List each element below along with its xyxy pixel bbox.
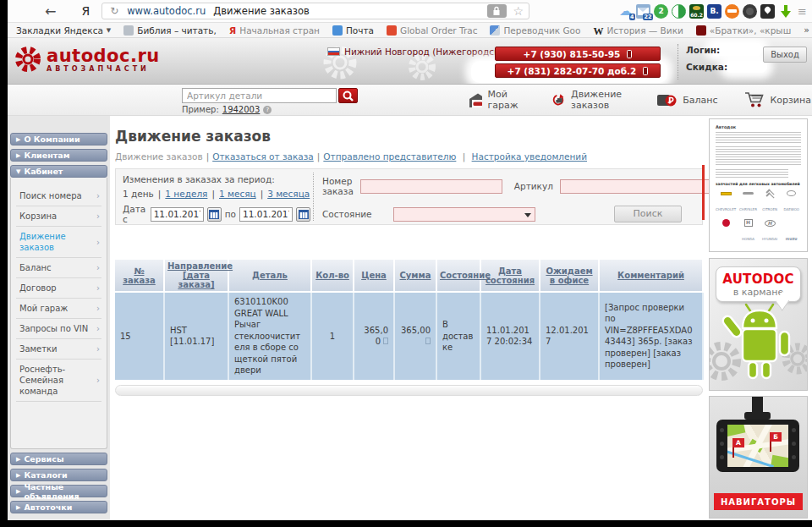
autodoc-pocket-banner[interactable]: AUTODOC в кармане <box>709 258 808 391</box>
sidebar-section-services[interactable]: ▶Сервисы <box>10 453 107 465</box>
brand-honda[interactable]: HHONDA <box>738 218 758 244</box>
cart-extension-icon[interactable] <box>725 4 739 19</box>
date-to-input[interactable] <box>239 207 293 222</box>
swirl-extension-icon[interactable] <box>672 4 686 19</box>
sidebar-item-rosneft[interactable]: Роснефть-Семейная команда› <box>16 360 102 402</box>
nav-order-movement[interactable]: Движение заказов <box>538 89 643 111</box>
counter-extension-icon[interactable]: 2 <box>654 4 668 19</box>
sidebar-item-number-search[interactable]: Поиск номера› <box>16 186 102 206</box>
filter-panel: Изменения в заказах за период: 1 день | … <box>115 168 703 225</box>
help-icon[interactable]: ? <box>263 106 272 114</box>
sort-expected[interactable]: Ожидаем в офисе <box>540 260 599 292</box>
date-from-label: Дата с <box>123 204 147 224</box>
navigator-banner[interactable]: А Б НАВИГАТОРЫ <box>709 396 808 519</box>
phone-button[interactable]: +7 (831) 282-07-70 доб.2 <box>495 63 661 78</box>
state-select[interactable] <box>393 207 535 222</box>
brand-hyundai[interactable]: HHYUNDAI <box>760 218 780 244</box>
cancel-order-link[interactable]: Отказаться от заказа <box>212 151 314 162</box>
table-row[interactable]: 15 HST[11.01.17] 6310110K00 GREAT WALL Р… <box>115 292 703 380</box>
bookmark-item[interactable]: ЯНачальная стран <box>229 25 320 36</box>
dark-extension-icon[interactable] <box>743 4 757 19</box>
pin-extension-icon[interactable] <box>760 4 775 19</box>
bookmark-item[interactable]: Библия – читать, <box>123 25 217 36</box>
sort-state-date[interactable]: Дата состояния <box>480 260 540 292</box>
address-bar[interactable]: ↻ www.autodoc.ru Движение заказов ☆ <box>102 3 529 19</box>
bookmark-star-icon[interactable]: ☆ <box>513 4 524 18</box>
yandex-browser-icon[interactable]: Я <box>81 4 90 18</box>
sidebar-section-clients[interactable]: ▶Клиентам <box>10 149 107 162</box>
sidebar-item-vin-requests[interactable]: Запросы по VIN› <box>16 319 102 339</box>
nav-my-garage[interactable]: Мой гараж <box>454 89 538 111</box>
bookmarks-overflow-icon[interactable]: » <box>804 25 809 36</box>
example-link[interactable]: 1942003 <box>222 105 261 114</box>
sidebar-item-contract[interactable]: Договор› <box>16 278 102 299</box>
brand-citroen[interactable]: CITROEN <box>760 189 780 214</box>
autodoc-logo[interactable]: autodoc.ru АВТОЗАПЧАСТИ <box>13 42 160 76</box>
date-from-input[interactable] <box>151 207 204 222</box>
sidebar-item-my-garage[interactable]: Мой гараж› <box>16 299 102 319</box>
download-arrow-extension-icon[interactable] <box>778 4 793 19</box>
brand-red[interactable] <box>716 218 736 244</box>
nav-balance[interactable]: Баланс <box>643 91 731 108</box>
sort-comment[interactable]: Комментарий <box>599 260 703 292</box>
sidebar-item-order-movement[interactable]: Движение заказов› <box>16 227 102 258</box>
mail-extension-icon[interactable]: 22 <box>636 4 650 19</box>
logout-button[interactable]: Выход <box>763 47 807 63</box>
period-3months-link[interactable]: 3 месяца <box>267 189 310 199</box>
brand-isuzu[interactable]: ISUZU <box>782 218 801 244</box>
mail-badge: 22 <box>643 14 653 20</box>
article-input[interactable] <box>560 179 711 194</box>
sort-qty[interactable]: Кол-во <box>311 260 354 292</box>
period-1month-link[interactable]: 1 месяц <box>219 189 256 199</box>
sidebar-item-notes[interactable]: Заметки› <box>16 339 102 360</box>
sort-sum[interactable]: Сумма <box>394 260 436 292</box>
section-label: Частные объявления <box>24 482 107 501</box>
sidebar-section-catalogs[interactable]: ▶Каталоги <box>10 469 107 481</box>
brand-chevrolet[interactable]: CHEVROLET <box>716 189 736 214</box>
notification-settings-link[interactable]: Настройка уведомлений <box>472 151 587 162</box>
sidebar-section-cabinet[interactable]: ▼Кабинет <box>10 165 107 178</box>
sort-state[interactable]: Состояние <box>436 260 480 292</box>
calendar-button[interactable] <box>296 207 310 222</box>
money-extension-icon[interactable]: 60.2 <box>689 4 704 19</box>
sidebar-item-cart[interactable]: Корзина› <box>16 206 102 227</box>
order-number-input[interactable] <box>360 179 502 194</box>
period-1day: 1 день <box>123 189 154 199</box>
sidebar-item-balance[interactable]: Баланс› <box>16 258 102 278</box>
bookmark-item[interactable]: «Братки», «крыш <box>696 25 791 36</box>
text-ad-banner[interactable]: Автодок запчастей для легковых автомобил… <box>709 118 808 252</box>
brand-daewoo[interactable]: DAEWOO <box>782 189 801 214</box>
nav-cart[interactable]: Корзина <box>731 91 812 108</box>
bookmark-yandex-folder[interactable]: Закладки Яндекса▼ <box>16 25 111 36</box>
period-1week-link[interactable]: 1 неделя <box>165 189 207 199</box>
b-extension-icon[interactable]: B. <box>707 4 721 19</box>
bookmark-item[interactable]: Почта <box>332 25 374 36</box>
bookmark-item[interactable]: Global Order Trac <box>387 25 477 36</box>
sidebar-section-classifieds[interactable]: ▶Частные объявления <box>10 485 107 497</box>
lock-icon[interactable] <box>487 4 507 18</box>
calendar-button[interactable] <box>207 207 222 222</box>
sidebar-section-company[interactable]: ▶О Компании <box>10 133 107 145</box>
part-search-input[interactable] <box>182 88 337 103</box>
sort-direction[interactable]: Направление [дата заказа] <box>164 260 228 292</box>
filter-search-button[interactable]: Поиск <box>614 206 682 222</box>
sort-order-no[interactable]: № заказа <box>115 260 164 292</box>
reload-icon[interactable]: ↻ <box>110 5 118 17</box>
money-value: 60.2 <box>689 12 704 18</box>
bookmark-item[interactable]: Переводчик Goo <box>490 25 580 36</box>
brand-chrysler[interactable]: CHRYSLER <box>738 189 758 214</box>
period-links: 1 день | 1 неделя | 1 месяц | 3 месяца <box>123 189 310 199</box>
sent-to-representative-link[interactable]: Отправлено представителю <box>323 151 456 162</box>
search-button[interactable] <box>338 88 358 103</box>
bookmark-item[interactable]: WИстория — Вики <box>593 25 683 36</box>
back-icon[interactable]: ← <box>45 3 56 19</box>
currency-glyph-box <box>383 338 388 344</box>
navigator-device: А Б <box>716 420 799 472</box>
subnav-current: Движение заказов <box>115 151 203 162</box>
phone-button[interactable]: +7 (930) 815-50-95 <box>495 47 661 61</box>
browser-menu-icon[interactable]: ≡ <box>798 5 807 18</box>
sort-detail[interactable]: Деталь <box>228 260 311 292</box>
sort-price[interactable]: Цена <box>354 260 394 292</box>
cloud-extension-icon[interactable]: ☁4 <box>618 4 633 19</box>
sidebar-section-autopoints[interactable]: ▶Автоточки <box>10 501 107 513</box>
